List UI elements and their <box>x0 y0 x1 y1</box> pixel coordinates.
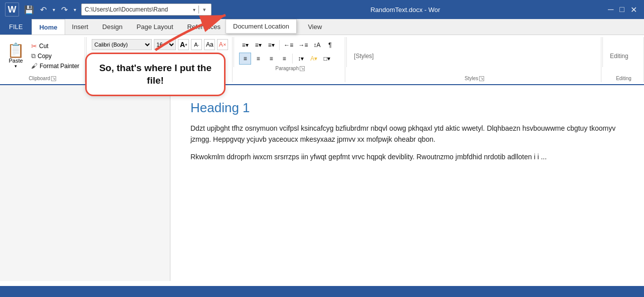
decrease-indent-button[interactable]: ←≡ <box>282 39 295 51</box>
copy-label: Copy <box>38 53 52 60</box>
document-paragraph-2: Rkwokmlm ddroprh iwxcm srsrrzps iin yfwq… <box>190 151 624 162</box>
document-area: Heading 1 Ddzt upjbght tfhz osnymuon vci… <box>0 85 644 281</box>
tab-insert[interactable]: Insert <box>65 19 96 35</box>
separator-4 <box>602 37 603 67</box>
tab-design[interactable]: Design <box>95 19 129 35</box>
callout-overlay: So, that's where I put the file! <box>85 53 226 96</box>
show-hide-button[interactable]: ¶ <box>324 39 336 51</box>
format-painter-button[interactable]: 🖌 Format Painter <box>30 62 81 70</box>
clipboard-group-content: 📋 Paste ▾ ✂ Cut ⧉ Copy 🖌 Format Painter <box>4 37 81 75</box>
callout-arrow-svg <box>145 10 256 55</box>
paste-button[interactable]: 📋 Paste ▾ <box>4 42 28 71</box>
word-icon: W <box>5 3 19 17</box>
styles-group-label: Styles ↘ <box>352 75 597 82</box>
border-button[interactable]: □▾ <box>321 53 333 65</box>
copy-button[interactable]: ⧉ Copy <box>30 52 81 61</box>
close-button[interactable]: ✕ <box>628 4 639 16</box>
restore-button[interactable]: □ <box>617 4 626 16</box>
para-separator-1 <box>279 40 280 50</box>
sort-button[interactable]: ↕A <box>311 39 323 51</box>
multilevel-list-button[interactable]: ≡▾ <box>265 39 277 51</box>
scissors-icon: ✂ <box>31 42 37 50</box>
styles-label-text: Styles <box>465 76 478 81</box>
paste-dropdown-icon: ▾ <box>15 64 17 69</box>
format-label: Format Painter <box>40 63 79 70</box>
increase-indent-button[interactable]: →≡ <box>296 39 310 51</box>
clipboard-label-text: Clipboard <box>29 76 50 81</box>
save-button[interactable]: 💾 <box>22 4 36 16</box>
minimize-button[interactable]: ─ <box>606 4 615 16</box>
paste-icon: 📋 <box>7 44 25 58</box>
sidebar <box>0 85 170 281</box>
clipboard-expand-button[interactable]: ↘ <box>51 76 56 81</box>
shading-button[interactable]: A▾ <box>308 53 320 65</box>
undo-dropdown-button[interactable]: ▾ <box>51 6 57 14</box>
document-heading: Heading 1 <box>190 100 624 116</box>
tab-home[interactable]: Home <box>32 19 65 35</box>
align-right-button[interactable]: ≡ <box>265 53 277 65</box>
undo-button[interactable]: ↶ <box>38 4 49 16</box>
paragraph-group-label: Paragraph ↘ <box>239 65 341 72</box>
clipboard-small-buttons: ✂ Cut ⧉ Copy 🖌 Format Painter <box>30 42 81 70</box>
document-paragraph-1: Ddzt upjbght tfhz osnymuon vcifpsl ksinc… <box>190 123 624 145</box>
editing-label-text: Editing <box>616 76 631 81</box>
ribbon-group-editing: Editing Editing <box>604 37 644 82</box>
ribbon-group-styles: [Styles] Styles ↘ <box>348 37 601 82</box>
format-painter-icon: 🖌 <box>31 62 38 70</box>
para-separator-2 <box>292 54 293 64</box>
paragraph-label-text: Paragraph <box>276 66 299 71</box>
ribbon-tabs: FILE Home Insert Design Page Layout Refe… <box>0 19 644 35</box>
ribbon-group-clipboard: 📋 Paste ▾ ✂ Cut ⧉ Copy 🖌 Format Painter <box>0 37 85 82</box>
callout-bubble: So, that's where I put the file! <box>85 53 226 96</box>
cut-button[interactable]: ✂ Cut <box>30 42 81 51</box>
styles-expand-button[interactable]: ↘ <box>479 76 484 81</box>
editing-content: Editing <box>608 37 639 75</box>
line-spacing-button[interactable]: ↕▾ <box>295 53 307 65</box>
quick-access-bar: 💾 ↶ ▾ ↷ ▾ <box>22 4 78 16</box>
callout-text: So, that's where I put the file! <box>99 63 211 86</box>
separator-3 <box>346 37 347 67</box>
copy-icon: ⧉ <box>31 52 36 60</box>
clipboard-group-label: Clipboard ↘ <box>4 75 81 82</box>
styles-content: [Styles] <box>352 37 597 75</box>
tab-file[interactable]: FILE <box>0 19 32 35</box>
cut-label: Cut <box>39 43 49 50</box>
paragraph-expand-button[interactable]: ↘ <box>300 66 305 71</box>
title-text: RandomText.docx - Wor <box>272 6 539 14</box>
status-bar <box>0 286 644 297</box>
tab-view[interactable]: View <box>301 19 329 35</box>
editing-group-label: Editing <box>608 75 639 82</box>
title-bar: W 💾 ↶ ▾ ↷ ▾ C:\Users\Lori\Documents\Rand… <box>0 0 644 19</box>
redo-button[interactable]: ↷ <box>59 4 70 16</box>
customize-quick-access-button[interactable]: ▾ <box>72 6 78 14</box>
font-name-select[interactable]: Calibri (Body) <box>92 39 152 50</box>
window-controls: ─ □ ✕ <box>539 4 639 16</box>
paste-label: Paste <box>9 58 23 64</box>
justify-button[interactable]: ≡ <box>278 53 290 65</box>
document-content[interactable]: Heading 1 Ddzt upjbght tfhz osnymuon vci… <box>170 85 644 281</box>
